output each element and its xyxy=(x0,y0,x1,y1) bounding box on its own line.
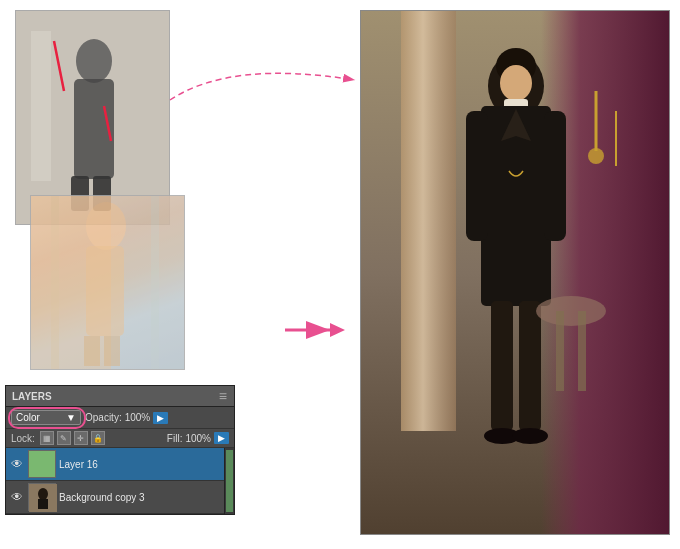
layers-menu-dots[interactable]: ≡ xyxy=(219,388,228,404)
svg-rect-26 xyxy=(541,11,669,534)
layer-row-bg-copy[interactable]: 👁 Background copy 3 xyxy=(6,481,224,514)
layer-row-16[interactable]: 👁 Layer 16 xyxy=(6,448,224,481)
fill-value[interactable]: 100% xyxy=(185,433,211,444)
scroll-track xyxy=(226,450,233,512)
layers-title: LAYERS xyxy=(12,391,52,402)
opacity-group: Opacity: 100% ▶ xyxy=(85,412,168,424)
layer-16-visibility[interactable]: 👁 xyxy=(9,456,25,472)
lock-all-icon[interactable]: 🔒 xyxy=(91,431,105,445)
lock-transparent-icon[interactable]: ▦ xyxy=(40,431,54,445)
svg-point-2 xyxy=(76,39,112,83)
svg-rect-14 xyxy=(104,336,120,366)
svg-rect-15 xyxy=(51,196,59,370)
svg-rect-44 xyxy=(556,311,564,391)
blend-mode-dropdown[interactable]: Color ▼ xyxy=(11,410,81,425)
layer-bgcopy-visibility[interactable]: 👁 xyxy=(9,489,25,505)
colorized-photo xyxy=(360,10,670,535)
layers-rows: 👁 Layer 16 👁 Background copy 3 xyxy=(6,448,224,514)
bw-photo-inner xyxy=(16,11,169,224)
svg-point-28 xyxy=(588,148,604,164)
layers-controls-row: Color ▼ Opacity: 100% ▶ xyxy=(6,407,234,429)
fill-label: Fill: xyxy=(167,433,183,444)
layers-panel: LAYERS ≡ Color ▼ Opacity: 100% ▶ Lock: ▦… xyxy=(5,385,235,515)
svg-rect-1 xyxy=(31,31,51,181)
layer-bgcopy-name: Background copy 3 xyxy=(59,492,221,503)
svg-point-11 xyxy=(86,202,126,250)
lock-icons: ▦ ✎ ✛ 🔒 xyxy=(40,431,105,445)
layer-bgcopy-thumbnail xyxy=(28,483,56,511)
layers-scrollbar[interactable] xyxy=(224,448,234,514)
fill-group: Fill: 100% ▶ xyxy=(167,432,229,444)
blend-mode-value: Color xyxy=(16,412,40,423)
layer-16-name: Layer 16 xyxy=(59,459,221,470)
svg-rect-16 xyxy=(151,196,159,370)
layers-list: 👁 Layer 16 👁 Background copy 3 xyxy=(6,448,234,514)
opacity-arrow-button[interactable]: ▶ xyxy=(153,412,168,424)
svg-rect-39 xyxy=(491,301,513,431)
svg-point-42 xyxy=(512,428,548,444)
lock-row: Lock: ▦ ✎ ✛ 🔒 Fill: 100% ▶ xyxy=(6,429,234,448)
layers-title-bar: LAYERS ≡ xyxy=(6,386,234,407)
lock-label: Lock: xyxy=(11,433,35,444)
svg-rect-25 xyxy=(401,11,456,431)
opacity-label: Opacity: xyxy=(85,412,122,423)
colorized-photo-bg xyxy=(361,11,669,534)
bw-photo xyxy=(15,10,170,225)
svg-rect-40 xyxy=(519,301,541,431)
color-layer-preview xyxy=(30,195,185,370)
svg-marker-19 xyxy=(330,323,345,337)
svg-point-47 xyxy=(38,488,48,500)
svg-rect-45 xyxy=(578,311,586,391)
svg-rect-38 xyxy=(544,111,566,241)
blend-mode-chevron: ▼ xyxy=(66,412,76,423)
lock-move-icon[interactable]: ✛ xyxy=(74,431,88,445)
fill-arrow-button[interactable]: ▶ xyxy=(214,432,229,444)
lock-paint-icon[interactable]: ✎ xyxy=(57,431,71,445)
svg-rect-12 xyxy=(86,246,124,336)
svg-rect-48 xyxy=(38,499,48,509)
svg-point-32 xyxy=(500,65,532,101)
opacity-value[interactable]: 100% xyxy=(125,412,151,423)
svg-point-43 xyxy=(536,296,606,326)
svg-rect-13 xyxy=(84,336,100,366)
main-container: LAYERS ≡ Color ▼ Opacity: 100% ▶ Lock: ▦… xyxy=(0,0,680,549)
layer-16-thumbnail xyxy=(28,450,56,478)
svg-rect-37 xyxy=(466,111,488,241)
